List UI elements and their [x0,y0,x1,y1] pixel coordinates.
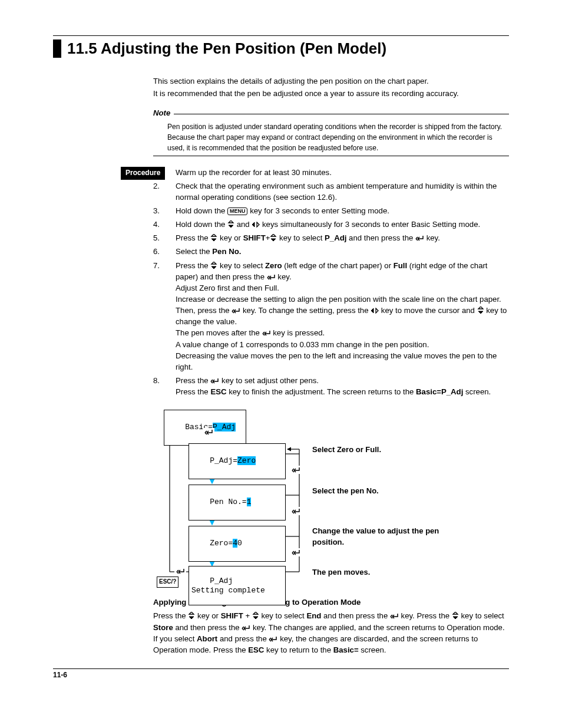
page-footer: 11-6 [53,668,509,680]
updown-icon [452,612,459,620]
updown-icon [210,262,217,269]
svg-rect-17 [290,507,302,515]
enter-icon [242,624,250,631]
enter-icon [210,377,219,384]
note-label: Note [153,107,170,118]
step-text: Hold down the and keys simultaneously fo… [176,219,509,230]
updown-icon [188,612,195,620]
flow-field-complete: P_AdjSetting complete [189,566,286,605]
step-text: Hold down the MENU key for 3 seconds to … [176,205,509,216]
top-rule [53,35,509,36]
esc-key-label: ESC/? [157,577,178,588]
step-number: 2. [153,180,176,203]
flow-field-zero: Zero=40 [189,526,286,562]
leftright-icon [371,308,379,314]
step-text: Press the key to set adjust other pens. … [176,375,509,397]
heading-bar [53,39,61,58]
procedure-steps: 1. Warm up the recorder for at least 30 … [153,167,509,398]
flow-field-penno: Pen No.=1 [189,485,286,521]
enter-icon [262,330,271,337]
enter-icon [390,612,399,620]
step-text: Press the key to select Zero (left edge … [176,260,509,373]
flow-field-basic: Basic=P_Adj [164,410,246,446]
step-text: Check that the operating environment suc… [176,180,509,203]
footer-rule [53,668,509,669]
flow-label-1: Select Zero or Full. [312,444,465,456]
enter-icon [269,635,277,643]
section-number: 11.5 [67,39,97,57]
menu-key: MENU [227,207,248,215]
step-number: 7. [153,260,176,373]
step-number: 4. [153,219,176,230]
page-number: 11-6 [53,670,509,680]
svg-rect-16 [290,466,302,474]
step-number: 5. [153,232,176,243]
step-text: Press the key or SHIFT+ key to select P_… [176,232,509,243]
note-block: Note Pen position is adjusted under stan… [153,107,509,156]
step-number: 6. [153,246,176,257]
flowchart: Basic=P_Adj P_Adj=Zero Select Zero or Fu… [153,408,509,585]
svg-rect-19 [174,567,186,575]
apply-body: Press the key or SHIFT + key to select E… [153,610,509,655]
flow-field-padj: P_Adj=Zero [189,443,286,479]
updown-icon [227,220,234,228]
note-rule [174,114,509,114]
note-bottom-rule [153,156,509,156]
enter-icon [415,235,424,242]
section-title-text: Adjusting the Pen Position (Pen Model) [101,39,386,57]
intro-block: This section explains the details of adj… [153,75,509,156]
intro-line-2: It is recommended that the pen be adjust… [153,88,509,99]
note-body: Pen position is adjusted under standard … [167,121,509,153]
flow-label-2: Select the pen No. [312,486,465,497]
step-number: 8. [153,375,176,397]
updown-icon [252,612,259,620]
flow-label-3: Change the value to adjust the pen posit… [312,526,465,548]
section-heading: 11.5 Adjusting the Pen Position (Pen Mod… [53,39,509,58]
leftright-icon [252,222,260,228]
svg-rect-18 [290,548,302,556]
enter-icon [267,274,276,281]
updown-icon [270,234,277,242]
procedure-label: Procedure [121,167,165,180]
enter-icon [232,307,240,314]
updown-icon [210,234,217,242]
intro-line-1: This section explains the details of adj… [153,75,509,87]
step-number: 3. [153,205,176,216]
updown-icon [477,307,484,314]
flow-label-4: The pen moves. [312,567,465,578]
step-text: Select the Pen No. [176,246,509,257]
step-text: Warm up the recorder for at least 30 min… [176,167,509,178]
